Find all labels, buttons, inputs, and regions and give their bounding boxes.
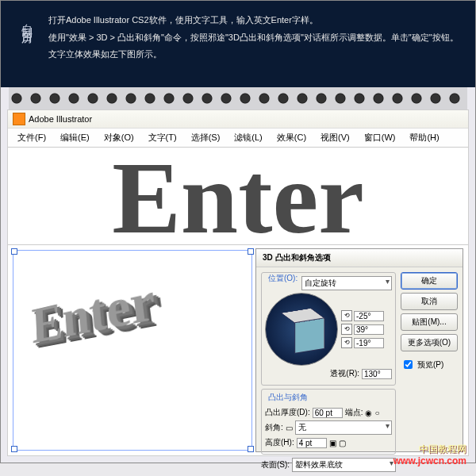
axis-x-icon: ⟲ <box>341 310 352 321</box>
watermark: 中国教程网 www.jcwcn.com <box>393 443 466 468</box>
spiral-binding <box>9 87 467 109</box>
extrude-fieldset: 凸出与斜角 凸出厚度(D): 60 pt 端点: ◉ ○ 斜角: ▭ <box>261 389 396 455</box>
selection-handle[interactable] <box>248 446 254 452</box>
cap-label: 端点: <box>345 407 363 418</box>
perspective-input[interactable]: 130° <box>362 369 392 379</box>
angle-x-input[interactable]: -25° <box>354 311 384 321</box>
extrude-bevel-dialog: 3D 凸出和斜角选项 位置(O): 自定旋转 <box>255 248 463 452</box>
enter-flat: Enter <box>8 152 468 244</box>
cap-off-icon[interactable]: ○ <box>374 409 379 417</box>
titlebar[interactable]: Adobe Illustrator <box>8 110 468 129</box>
position-dropdown[interactable]: 自定旋转 <box>301 276 392 290</box>
rotation-trackball[interactable] <box>265 293 338 366</box>
preview-checkbox[interactable]: 预览(P) <box>401 358 458 371</box>
selection-handle[interactable] <box>248 248 254 255</box>
position-label: 位置(O): <box>267 273 299 284</box>
bevel-dropdown[interactable]: 无 <box>295 420 392 435</box>
surface-dropdown[interactable]: 塑料效果底纹 <box>292 458 396 472</box>
menu-window[interactable]: 窗口(W) <box>358 130 402 145</box>
more-options-button[interactable]: 更多选项(O) <box>401 334 458 351</box>
angle-y-input[interactable]: 39° <box>354 324 384 335</box>
height-label: 高度(H): <box>265 437 294 448</box>
bevel-shape-icon: ▭ <box>286 424 293 432</box>
preview-label: 预览(P) <box>417 359 443 370</box>
selection-handle[interactable] <box>11 248 17 255</box>
selection-handle[interactable] <box>11 446 17 452</box>
artboard-3d[interactable]: Enter <box>13 250 252 451</box>
height-input[interactable]: 4 pt <box>297 438 327 448</box>
enter-3d[interactable]: Enter <box>31 269 159 355</box>
preview-check-input[interactable] <box>404 360 413 369</box>
axis-y-icon: ⟲ <box>341 324 352 335</box>
illustrator-window: Adobe Illustrator 文件(F) 编辑(E) 对象(O) 文字(T… <box>7 109 469 456</box>
extrude-legend: 凸出与斜角 <box>267 392 309 403</box>
instruction-1: 打开Adobe Illustrator CS2软件，使用文字工具，输入英文Ent… <box>48 13 459 28</box>
menu-edit[interactable]: 编辑(E) <box>54 130 96 145</box>
instruction-3: 文字立体效果如左下图所示。 <box>48 48 459 62</box>
axis-z-icon: ⟲ <box>341 337 352 348</box>
header-sidebar-title: 自制台历 <box>20 15 34 28</box>
cancel-button[interactable]: 取消 <box>401 293 458 310</box>
ok-button[interactable]: 确定 <box>401 272 458 290</box>
dialog-title: 3D 凸出和斜角选项 <box>256 249 463 267</box>
cap-on-icon[interactable]: ◉ <box>365 409 372 417</box>
bevel-in-icon[interactable]: ▣ <box>329 439 336 447</box>
position-fieldset: 位置(O): 自定旋转 ⟲-25° ⟲39° ⟲-19° <box>261 272 396 386</box>
angle-z-input[interactable]: -19° <box>354 338 384 348</box>
bevel-label: 斜角: <box>265 422 283 433</box>
watermark-line2: www.jcwcn.com <box>393 455 466 468</box>
menu-help[interactable]: 帮助(H) <box>403 130 445 145</box>
depth-input[interactable]: 60 pt <box>313 408 343 418</box>
instruction-2: 使用"效果 > 3D > 凸出和斜角"命令，按照邪途"3D凸出和斜角选项"对话框… <box>48 31 459 45</box>
menu-file[interactable]: 文件(F) <box>11 130 52 145</box>
app-icon <box>13 113 25 125</box>
perspective-label: 透视(R): <box>330 368 359 379</box>
bevel-out-icon[interactable]: ▢ <box>339 439 346 447</box>
map-art-button[interactable]: 贴图(M)... <box>401 313 458 331</box>
tutorial-header: 自制台历 打开Adobe Illustrator CS2软件，使用文字工具，输入… <box>1 1 475 87</box>
depth-label: 凸出厚度(D): <box>265 407 310 418</box>
watermark-line1: 中国教程网 <box>393 443 466 456</box>
canvas-flat-text: Enter <box>8 148 468 244</box>
surface-label: 表面(S): <box>261 459 290 470</box>
app-title: Adobe Illustrator <box>29 114 92 124</box>
